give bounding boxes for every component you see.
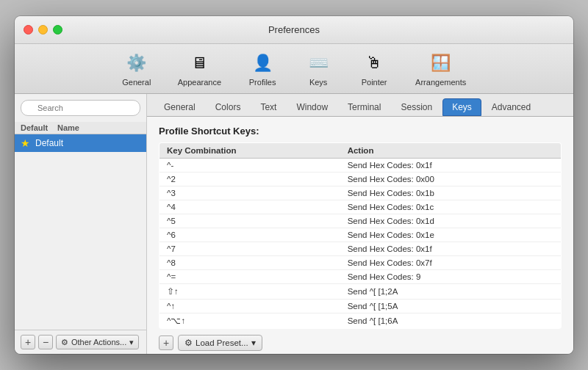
profiles-icon: 👤 bbox=[251, 51, 274, 75]
remove-profile-button[interactable]: − bbox=[38, 335, 53, 349]
tab-advanced[interactable]: Advanced bbox=[482, 98, 540, 116]
close-button[interactable] bbox=[24, 25, 33, 35]
titlebar: Preferences bbox=[15, 16, 573, 44]
key-combination-cell: ^7 bbox=[159, 242, 340, 256]
appearance-icon: 🖥 bbox=[187, 51, 211, 75]
toolbar-label-keys: Keys bbox=[309, 78, 327, 87]
key-combination-cell: ⇧↑ bbox=[159, 284, 340, 300]
tab-window[interactable]: Window bbox=[287, 98, 337, 116]
table-row[interactable]: ^4 Send Hex Codes: 0x1c bbox=[159, 200, 562, 214]
load-preset-label: Load Preset... bbox=[196, 338, 248, 347]
panel-content: Profile Shortcut Keys: Key Combination A… bbox=[147, 117, 573, 354]
action-cell: Send ^[ [1;5A bbox=[340, 300, 562, 313]
arrangements-icon: 🪟 bbox=[429, 51, 453, 75]
key-combination-cell: ^5 bbox=[159, 214, 340, 228]
sidebar-col-default: Default bbox=[21, 123, 57, 132]
tabs-bar: General Colors Text Window Terminal Sess… bbox=[147, 94, 573, 117]
table-row[interactable]: ^6 Send Hex Codes: 0x1e bbox=[159, 228, 562, 242]
minus-icon: − bbox=[43, 336, 49, 348]
sidebar-item-default[interactable]: ★ Default bbox=[15, 134, 146, 152]
window-title: Preferences bbox=[268, 24, 320, 35]
key-combination-cell: ^4 bbox=[159, 200, 340, 214]
general-icon: ⚙️ bbox=[125, 51, 148, 75]
action-cell: Send Hex Codes: 0x1e bbox=[340, 228, 562, 242]
sidebar-col-name: Name bbox=[57, 123, 140, 132]
toolbar-label-appearance: Appearance bbox=[178, 78, 221, 87]
main-panel: General Colors Text Window Terminal Sess… bbox=[147, 94, 573, 354]
toolbar-item-appearance[interactable]: 🖥 Appearance bbox=[172, 48, 227, 90]
load-preset-button[interactable]: ⚙ Load Preset... ▾ bbox=[178, 335, 262, 351]
minimize-button[interactable] bbox=[38, 25, 48, 35]
key-combination-cell: ^- bbox=[159, 159, 340, 173]
table-row[interactable]: ^⌥↑ Send ^[ [1;6A bbox=[159, 313, 562, 329]
other-actions-button[interactable]: ⚙ Other Actions... ▾ bbox=[56, 335, 139, 349]
toolbar-item-general[interactable]: ⚙️ General bbox=[116, 48, 157, 90]
table-row[interactable]: ^3 Send Hex Codes: 0x1b bbox=[159, 186, 562, 200]
add-icon: + bbox=[25, 336, 31, 348]
key-combination-cell: ^3 bbox=[159, 186, 340, 200]
sidebar-header: Default Name bbox=[15, 122, 146, 134]
sidebar-bottom: + − ⚙ Other Actions... ▾ bbox=[15, 330, 146, 354]
tab-session[interactable]: Session bbox=[391, 98, 442, 116]
tab-general[interactable]: General bbox=[154, 98, 205, 116]
col-action: Action bbox=[340, 143, 562, 159]
table-row[interactable]: ⇧↑ Send ^[ [1;2A bbox=[159, 284, 562, 300]
table-row[interactable]: ^- Send Hex Codes: 0x1f bbox=[159, 159, 562, 173]
toolbar-item-keys[interactable]: ⌨️ Keys bbox=[298, 48, 339, 90]
pointer-icon: 🖱 bbox=[362, 51, 386, 75]
toolbar-label-general: General bbox=[122, 78, 151, 87]
tab-colors[interactable]: Colors bbox=[206, 98, 251, 116]
tab-keys[interactable]: Keys bbox=[442, 98, 481, 116]
action-cell: Send Hex Codes: 0x1f bbox=[340, 242, 562, 256]
gear-small-icon: ⚙ bbox=[61, 338, 68, 347]
action-cell: Send Hex Codes: 0x00 bbox=[340, 173, 562, 186]
add-profile-button[interactable]: + bbox=[21, 335, 35, 349]
key-combination-cell: ^6 bbox=[159, 228, 340, 242]
tab-terminal[interactable]: Terminal bbox=[338, 98, 390, 116]
action-cell: Send ^[ [1;6A bbox=[340, 313, 562, 329]
action-cell: Send Hex Codes: 0x1b bbox=[340, 186, 562, 200]
toolbar-label-profiles: Profiles bbox=[249, 78, 276, 87]
key-combination-cell: ^⌥↑ bbox=[159, 313, 340, 329]
sidebar-item-default-label: Default bbox=[35, 138, 63, 148]
key-combination-cell: ^= bbox=[159, 270, 340, 284]
toolbar-label-pointer: Pointer bbox=[362, 78, 387, 87]
other-actions-caret: ▾ bbox=[129, 338, 134, 347]
star-icon: ★ bbox=[21, 137, 35, 149]
maximize-button[interactable] bbox=[53, 25, 62, 35]
search-box: 🔍 bbox=[15, 94, 146, 122]
key-combination-cell: ^↑ bbox=[159, 300, 340, 313]
tab-text[interactable]: Text bbox=[251, 98, 286, 116]
toolbar-item-pointer[interactable]: 🖱 Pointer bbox=[354, 48, 395, 90]
toolbar-item-profiles[interactable]: 👤 Profiles bbox=[242, 48, 283, 90]
action-cell: Send ^[ [1;2A bbox=[340, 284, 562, 300]
gear-preset-icon: ⚙ bbox=[184, 338, 193, 348]
table-toolbar: + ⚙ Load Preset... ▾ bbox=[159, 335, 562, 351]
keys-icon: ⌨️ bbox=[306, 51, 330, 75]
add-key-icon: + bbox=[163, 337, 169, 349]
sidebar-list: ★ Default bbox=[15, 134, 146, 330]
col-key-combination: Key Combination bbox=[159, 143, 340, 159]
toolbar-label-arrangements: Arrangements bbox=[415, 78, 466, 87]
table-row[interactable]: ^= Send Hex Codes: 9 bbox=[159, 270, 562, 284]
section-title: Profile Shortcut Keys: bbox=[159, 126, 562, 137]
load-preset-caret: ▾ bbox=[251, 338, 256, 348]
table-row[interactable]: ^5 Send Hex Codes: 0x1d bbox=[159, 214, 562, 228]
action-cell: Send Hex Codes: 0x1d bbox=[340, 214, 562, 228]
content-area: 🔍 Default Name ★ Default + − bbox=[15, 94, 573, 354]
search-wrapper: 🔍 bbox=[21, 100, 140, 116]
toolbar-item-arrangements[interactable]: 🪟 Arrangements bbox=[409, 48, 472, 90]
table-row[interactable]: ^↑ Send ^[ [1;5A bbox=[159, 300, 562, 313]
search-input[interactable] bbox=[21, 100, 140, 116]
other-actions-label: Other Actions... bbox=[71, 338, 126, 347]
sidebar: 🔍 Default Name ★ Default + − bbox=[15, 94, 147, 354]
keys-table: Key Combination Action ^- Send Hex Codes… bbox=[159, 142, 562, 329]
add-key-button[interactable]: + bbox=[159, 335, 173, 350]
key-combination-cell: ^8 bbox=[159, 256, 340, 270]
action-cell: Send Hex Codes: 0x7f bbox=[340, 256, 562, 270]
table-row[interactable]: ^2 Send Hex Codes: 0x00 bbox=[159, 173, 562, 186]
action-cell: Send Hex Codes: 0x1c bbox=[340, 200, 562, 214]
table-row[interactable]: ^7 Send Hex Codes: 0x1f bbox=[159, 242, 562, 256]
table-row[interactable]: ^8 Send Hex Codes: 0x7f bbox=[159, 256, 562, 270]
toolbar: ⚙️ General 🖥 Appearance 👤 Profiles ⌨️ Ke… bbox=[15, 44, 573, 94]
